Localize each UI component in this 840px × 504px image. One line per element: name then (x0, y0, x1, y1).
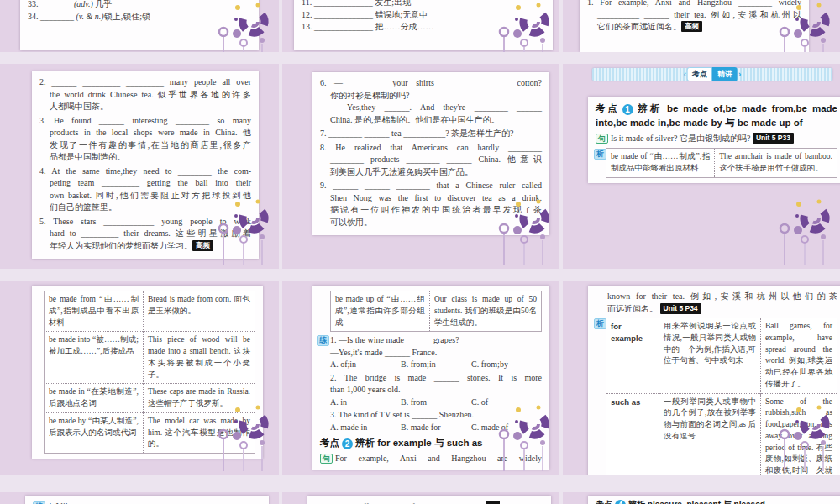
usage-card: be made from “由……制成”,指制成品中看不出原材料Bread is… (32, 286, 263, 459)
option-a: A. made in (330, 422, 401, 434)
table-row: be made in “在某地制造”,后跟地点名词These caps are … (45, 384, 255, 413)
exercise-item-8: 8. He realized that Americans can hardly… (320, 142, 542, 179)
exercise-line: 发现了一件有趣的事情,在当地的商店里,很多产 (50, 139, 251, 152)
term-cell: such as (606, 393, 659, 475)
usage-cell: be made from “由……制成”,指制成品中看不出原材料 (45, 291, 144, 332)
exercise-item-6: 6. — ________ your shirts ________ _____… (320, 77, 542, 126)
flower-decoration (771, 198, 838, 269)
page-thumbnail-r4-c1[interactable]: 练 4. I like (0, 492, 279, 504)
page-thumbnail-r1-c1[interactable]: 33. ________(adv.) 几乎 34. ________ (v. &… (0, 0, 279, 52)
high-frequency-badge: 高频 (192, 240, 213, 251)
vocab-cn: 把……分成…… (375, 22, 434, 31)
vocab-item: 12. ______________ 错误地;无意中 (302, 9, 545, 22)
exercise-card: 练 4. I like (25, 496, 269, 504)
practice-block: 练 1. —Is the wine made ______ grapes? —Y… (330, 334, 542, 433)
table-row: be made into “被……制成;被加工成……”,后接成品This pie… (45, 332, 255, 384)
vocab-cn: 锁上,锁住;锁 (104, 12, 150, 21)
table-row: for example 用来举例说明某一论点或情况,一般只举同类人或物中的一个为… (606, 318, 837, 394)
exercise-item: 1. For example, Anxi and Hangzhou ______… (587, 0, 801, 34)
keypoint-number-badge: 2 (342, 438, 353, 449)
banner-arrow-left-icon: ‹ (684, 70, 686, 79)
part-of-speech: (adv.) (74, 0, 93, 8)
example-cell: Some of the rubbish,such as food,paper,i… (761, 393, 837, 475)
high-frequency-badge: 高频 (681, 21, 702, 32)
keypoint-label: 考点 (320, 438, 339, 448)
page-thumbnail-r2-c2[interactable]: 6. — ________ your shirts ________ _____… (282, 64, 559, 269)
example-cell: Ball games, for example, have spread aro… (761, 318, 837, 394)
page-thumbnail-r2-c3[interactable]: ‹考点精讲› 考点1辨析 be made of,be made from,be … (563, 64, 840, 269)
usage-cell: be made up of “由……组成”,通常指由许多部分组成 (331, 291, 430, 332)
exercise-line: 练 4. I like (33, 501, 261, 504)
keypoint-number-badge: 4 (615, 500, 626, 504)
options-row: A. inB. fromC. of (330, 396, 542, 409)
unit-ref-badge: Unit 5 P34 (660, 303, 701, 314)
keypoint-number-badge: 1 (622, 104, 633, 115)
sentence-badge: 句 (596, 134, 608, 144)
example-sentence: 句Is it made of silver? 它是由银制成的吗? Unit 5 … (596, 133, 837, 145)
keypoint-title: 辨析 for example 与 such as (355, 438, 482, 448)
option-a: A. in (330, 396, 401, 409)
exercise-cn: 年轻人为实现他们的梦想而努力学习。 (50, 241, 192, 250)
usage-cell: be made into “被……制成;被加工成……”,后接成品 (45, 332, 144, 384)
option-c: C. made of (471, 422, 542, 434)
page-thumbnail-r3-c3[interactable]: known for their tea. 例如,安溪和杭州以他们的茶 而远近闻名… (563, 281, 840, 475)
option-b: B. from (401, 396, 471, 409)
exercise-line: 1. For example, Anxi and Hangzhou ______… (587, 0, 801, 9)
usage-cell: be made in “在某地制造”,后跟地点名词 (45, 384, 144, 413)
vocab-blank: 11. ______________ (302, 0, 375, 7)
keypoint-card: 考点1辨析 be made of,be made from,be made in… (588, 97, 840, 183)
exercise-line: 品都是中国制造的。 (50, 151, 251, 164)
question-line: 1. —Is the wine made ______ grapes? (330, 334, 542, 347)
sentence-line: 而远近闻名。 Unit 5 P34 (607, 303, 837, 316)
usage-exercise-card: be made up of “由……组成”,通常指由许多部分组成Our clas… (312, 286, 549, 470)
usage-table-wrap: 析 be made of “由……制成”,指制成品中能够看出原材料 The ar… (606, 148, 837, 178)
example-cell: Our class is made up of 50 students. 我们的… (429, 291, 541, 332)
comparison-table: for example 用来举例说明某一论点或情况,一般只举同类人或物中的一个为… (606, 318, 837, 475)
keypoint-heading: 考点4辨析 pleasure, pleasant 与 pleased (596, 498, 837, 504)
exercise-line: 7. ________ ______ tea __________? 茶是怎样生… (320, 128, 542, 140)
exercise-card: 6. — ________ your shirts ________ _____… (312, 72, 549, 235)
sentence-line: known for their tea. 例如,安溪和杭州以他们的茶 (607, 291, 837, 303)
sentence-continuation: known for their tea. 例如,安溪和杭州以他们的茶 而远近闻名… (596, 291, 837, 315)
page-thumbnail-r2-c1[interactable]: 2. ______ _________ _________ many peopl… (0, 64, 279, 269)
exercise-item-4: 4. At the same time,they need to _______… (39, 165, 251, 214)
table-row: such as 一般列举同类人或事物中的几个例子,放在被列举事物与前面的名词之间… (606, 393, 837, 475)
question-line: than 1,000 years old. (330, 384, 542, 396)
vocab-blank: 34. ________ (28, 12, 76, 21)
options-row: A. of;inB. from;inC. from;by (330, 359, 542, 371)
exercise-line: own basket. 同时,他们需要阻止对方把球投到他 (50, 190, 251, 202)
example-cell: The model car was made by him. 这个汽车模型是他制… (143, 412, 255, 453)
exercise-item-3: 3. He found ______ interesting ________ … (39, 115, 251, 164)
usage-cell: 一般列举同类人或事物中的几个例子,放在被列举事物与前面的名词之间,as 后没有逗… (659, 393, 761, 475)
vocab-blank: 12. ______________ (302, 10, 375, 19)
part-of-speech: (v. & n.) (76, 12, 104, 21)
usage-table-wrap: be made up of “由……组成”,通常指由许多部分组成Our clas… (330, 291, 542, 332)
keypoint-heading: 考点1辨析 be made of,be made from,be made in… (596, 102, 837, 131)
section-banner: ‹考点精讲› (592, 68, 832, 81)
exercise-line: 8. He realized that Americans can hardly… (320, 142, 542, 155)
unit-ref-badge: Unit 5 P33 (753, 133, 794, 144)
vocab-cn: 错误地;无意中 (375, 10, 428, 19)
partial-badge (486, 501, 500, 504)
page-thumbnail-r4-c3[interactable]: 考点4辨析 pleasure, pleasant 与 pleased (563, 492, 840, 504)
sentence-badge: 句 (320, 454, 333, 465)
exercise-line: peting team _________ getting the ball i… (50, 177, 251, 190)
banner-label-right: 精讲 (712, 67, 738, 81)
example-cell: These caps are made in Russia. 这些帽子产于俄罗斯… (143, 384, 255, 413)
page-thumbnail-r3-c1[interactable]: be made from “由……制成”,指制成品中看不出原材料Bread is… (0, 281, 279, 475)
question-line: —Yes,it's made ______ France. (330, 347, 542, 360)
page-thumbnail-r1-c3[interactable]: 1. For example, Anxi and Hangzhou ______… (563, 0, 840, 52)
example-cell: This piece of wood will be made into a s… (143, 332, 255, 384)
exercise-line: 人都喝中国茶。 (50, 101, 251, 113)
page-thumbnail-r3-c2[interactable]: be made up of “由……组成”,通常指由许多部分组成Our clas… (282, 281, 559, 475)
exercise-line: 们自己的篮筐里。 (50, 202, 251, 214)
exercise-line: 9. ______ ______ ________ that a Chinese… (320, 180, 542, 192)
exercise-line: are many different kinds of books in the… (315, 501, 543, 504)
page-thumbnail-r4-c2[interactable]: are many different kinds of books in the… (282, 492, 559, 504)
options-row: A. made inB. made forC. made of (330, 422, 542, 434)
page-thumbnail-r1-c2[interactable]: 11. ______________ 发生;出现 12. ___________… (282, 0, 559, 52)
vocab-item: 33. ________(adv.) 几乎 (28, 0, 251, 11)
exercise-item-5: 5. These stars ____________ young people… (39, 216, 251, 253)
usage-cell: be made by “由某人制造”,后跟表示人的名词或代词 (45, 412, 144, 453)
example-cell: Bread is made from corn. 面包是玉米做的。 (143, 291, 255, 332)
